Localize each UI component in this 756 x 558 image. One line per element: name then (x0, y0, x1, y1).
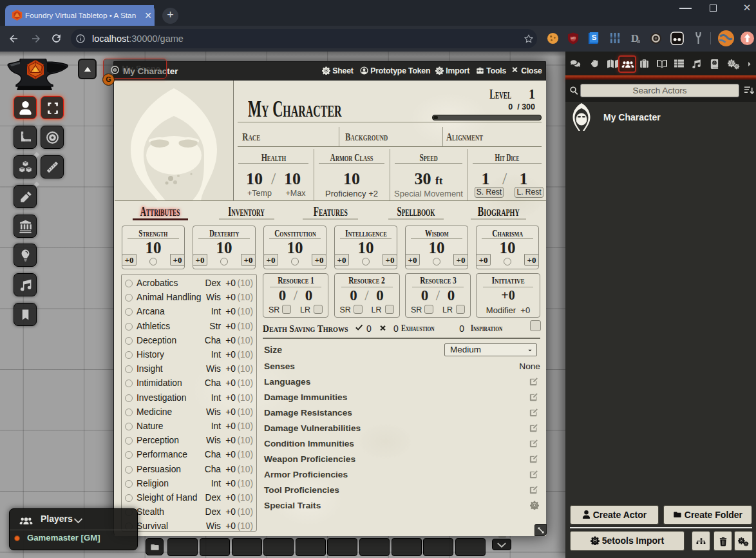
svg-text:S: S (592, 34, 597, 41)
svg-text:uO: uO (571, 36, 575, 40)
